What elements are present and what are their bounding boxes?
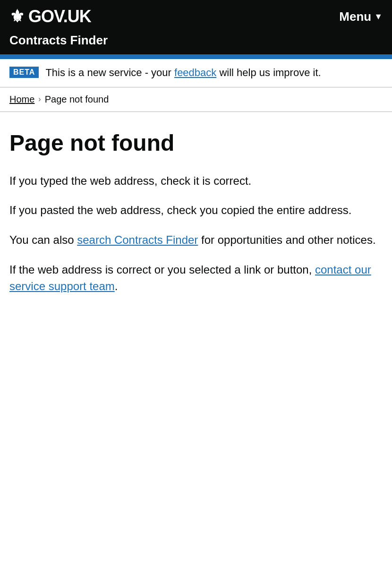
- paragraph-typed-address-text: If you typed the web address, check it i…: [9, 174, 251, 187]
- top-header: ⚜ GOV.UK Menu ▼: [0, 0, 392, 33]
- beta-badge: BETA: [9, 67, 39, 78]
- breadcrumb: Home › Page not found: [0, 87, 392, 112]
- paragraph-search: You can also search Contracts Finder for…: [9, 232, 383, 249]
- beta-banner-text: This is a new service - your feedback wi…: [45, 66, 321, 80]
- contracts-finder-title: Contracts Finder: [9, 33, 108, 47]
- paragraph-typed-address: If you typed the web address, check it i…: [9, 173, 383, 189]
- breadcrumb-current-page: Page not found: [45, 94, 109, 105]
- paragraph-pasted-address-text: If you pasted the web address, check you…: [9, 204, 351, 216]
- page-title: Page not found: [9, 131, 383, 156]
- paragraph-contact-after: .: [115, 280, 118, 292]
- beta-text-before: This is a new service - your: [45, 67, 174, 78]
- paragraph-contact-before: If the web address is correct or you sel…: [9, 263, 315, 276]
- menu-label: Menu: [339, 9, 371, 24]
- main-content: Page not found If you typed the web addr…: [0, 112, 392, 327]
- beta-text-after: will help us improve it.: [216, 67, 321, 78]
- gov-uk-logo: ⚜ GOV.UK: [9, 7, 91, 26]
- paragraph-contact: If the web address is correct or you sel…: [9, 262, 383, 295]
- beta-banner: BETA This is a new service - your feedba…: [0, 59, 392, 87]
- menu-arrow-icon: ▼: [374, 12, 383, 22]
- breadcrumb-separator: ›: [38, 95, 41, 103]
- paragraph-search-after: for opportunities and other notices.: [198, 233, 375, 246]
- menu-button[interactable]: Menu ▼: [339, 9, 383, 24]
- logo-area: ⚜ GOV.UK: [9, 7, 91, 26]
- feedback-link[interactable]: feedback: [174, 67, 216, 78]
- breadcrumb-home-link[interactable]: Home: [9, 94, 34, 105]
- sub-header: Contracts Finder: [0, 33, 392, 54]
- blue-accent-bar: [0, 54, 392, 59]
- search-contracts-finder-link[interactable]: search Contracts Finder: [77, 233, 198, 246]
- paragraph-pasted-address: If you pasted the web address, check you…: [9, 202, 383, 219]
- paragraph-search-before: You can also: [9, 233, 77, 246]
